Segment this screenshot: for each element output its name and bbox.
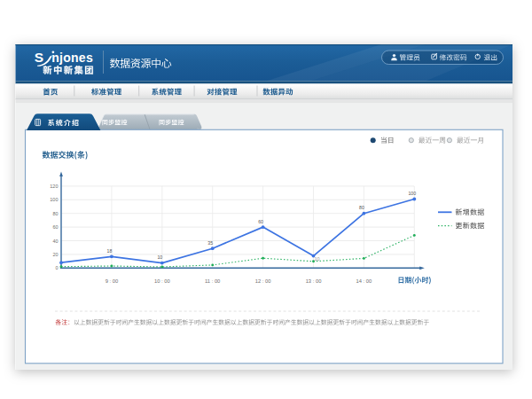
svg-text:60: 60 [258, 219, 263, 224]
svg-text:100: 100 [408, 191, 416, 196]
svg-text:0: 0 [55, 265, 58, 270]
svg-text:18: 18 [107, 248, 113, 254]
svg-text:11 : 00: 11 : 00 [205, 278, 220, 284]
svg-text:S: S [35, 50, 43, 65]
svg-text:40: 40 [52, 239, 58, 244]
svg-text:14 : 00: 14 : 00 [356, 278, 372, 284]
svg-text:120: 120 [50, 184, 58, 189]
svg-text:60: 60 [52, 224, 58, 230]
svg-text:13 : 00: 13 : 00 [306, 278, 322, 284]
svg-text:njones: njones [51, 51, 93, 65]
svg-text:80: 80 [52, 211, 58, 216]
svg-text:100: 100 [50, 197, 58, 202]
svg-text:10: 10 [314, 256, 319, 262]
svg-text:80: 80 [359, 205, 364, 210]
svg-text:10 : 00: 10 : 00 [154, 278, 170, 284]
svg-text:12 : 00: 12 : 00 [255, 278, 271, 284]
svg-text:35: 35 [207, 240, 213, 246]
svg-text:10: 10 [157, 254, 162, 260]
svg-text:20: 20 [52, 252, 58, 257]
svg-text:9 : 00: 9 : 00 [106, 278, 119, 284]
